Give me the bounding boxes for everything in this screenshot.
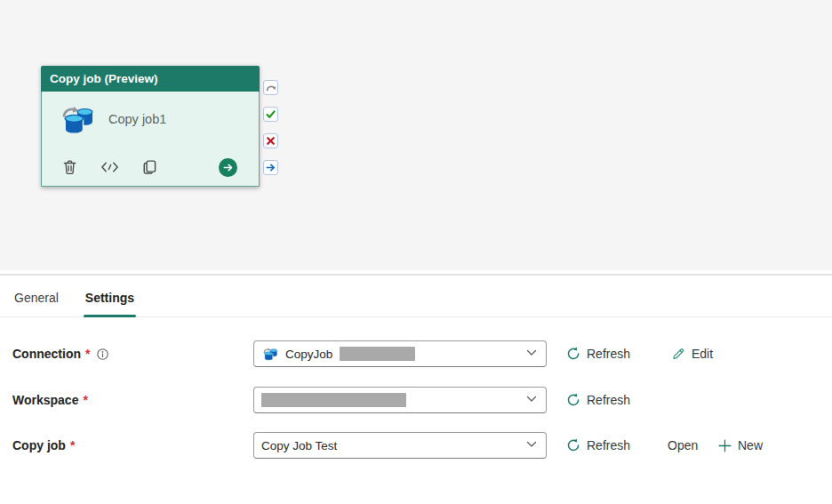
- workspace-refresh-button[interactable]: Refresh: [566, 387, 630, 413]
- required-asterisk: *: [85, 340, 90, 367]
- activity-name: Copy job1: [108, 112, 166, 126]
- chevron-down-icon: [526, 441, 537, 448]
- card-toolbar: [56, 157, 244, 177]
- redacted-connection-name: [340, 347, 415, 361]
- copy-job-label: Copy job *: [12, 432, 75, 459]
- workspace-label: Workspace *: [12, 387, 88, 413]
- info-icon[interactable]: [96, 348, 109, 361]
- x-icon: [266, 136, 276, 146]
- copy-job-label-text: Copy job: [12, 432, 66, 459]
- refresh-label: Refresh: [587, 347, 630, 361]
- delete-activity-button[interactable]: [60, 157, 79, 177]
- copy-job-icon: [58, 101, 95, 137]
- pipeline-canvas[interactable]: Copy job (Preview) Copy job1: [0, 0, 832, 270]
- workspace-dropdown[interactable]: [253, 387, 547, 413]
- copy-job-refresh-button[interactable]: Refresh: [566, 432, 630, 459]
- refresh-icon: [566, 438, 580, 452]
- card-title: Copy job (Preview): [41, 66, 260, 92]
- card-main-row: Copy job1: [56, 101, 244, 137]
- activity-ports: [263, 80, 278, 187]
- port-on-skip[interactable]: [263, 80, 278, 95]
- connection-row: Connection *: [0, 340, 832, 367]
- connection-value: CopyJob: [285, 348, 332, 361]
- port-on-fail[interactable]: [263, 133, 278, 148]
- copy-job-activity-editor: Copy job (Preview) Copy job1: [0, 0, 832, 504]
- copy-job-new-button[interactable]: New: [718, 432, 763, 459]
- chevron-down-icon: [526, 396, 537, 403]
- edit-label: Edit: [692, 347, 713, 361]
- connection-dropdown[interactable]: CopyJob: [253, 340, 547, 367]
- properties-panel: General Settings Connection *: [0, 276, 832, 504]
- redacted-workspace-name: [261, 393, 406, 407]
- copy-job-row: Copy job * Copy Job Test Refr: [0, 432, 832, 459]
- connection-label: Connection *: [12, 340, 109, 367]
- required-asterisk: *: [83, 387, 87, 413]
- tab-settings[interactable]: Settings: [84, 291, 136, 316]
- chevron-down-icon: [526, 349, 537, 356]
- connection-edit-button[interactable]: Edit: [671, 340, 713, 367]
- port-on-success[interactable]: [263, 107, 278, 122]
- workspace-label-text: Workspace: [12, 387, 78, 413]
- pencil-icon: [671, 347, 685, 361]
- copy-job-dropdown[interactable]: Copy Job Test: [253, 432, 547, 459]
- copy-job-value: Copy Job Test: [261, 439, 337, 452]
- refresh-label: Refresh: [587, 393, 630, 407]
- panel-tabs: General Settings: [0, 276, 832, 317]
- connection-icon: [261, 346, 278, 362]
- curved-arrow-icon: [266, 83, 276, 92]
- refresh-label: Refresh: [587, 438, 630, 452]
- connection-refresh-button[interactable]: Refresh: [566, 340, 630, 367]
- open-label: Open: [668, 438, 698, 452]
- port-on-completion[interactable]: [263, 160, 278, 175]
- workspace-row: Workspace * Refresh: [0, 387, 832, 413]
- card-body: Copy job1: [41, 92, 260, 187]
- tab-general[interactable]: General: [12, 291, 60, 316]
- refresh-icon: [566, 393, 580, 407]
- duplicate-activity-button[interactable]: [140, 157, 159, 177]
- copy-job-activity-card[interactable]: Copy job (Preview) Copy job1: [41, 66, 260, 187]
- refresh-icon: [566, 347, 580, 361]
- checkmark-icon: [266, 109, 276, 119]
- new-label: New: [738, 438, 763, 452]
- open-activity-arrow-button[interactable]: [219, 158, 237, 177]
- copy-job-open-button[interactable]: Open: [668, 432, 698, 459]
- plus-icon: [718, 439, 732, 452]
- arrow-right-icon: [266, 163, 276, 172]
- connection-label-text: Connection: [12, 340, 81, 367]
- required-asterisk: *: [70, 432, 75, 459]
- code-view-button[interactable]: [100, 157, 119, 177]
